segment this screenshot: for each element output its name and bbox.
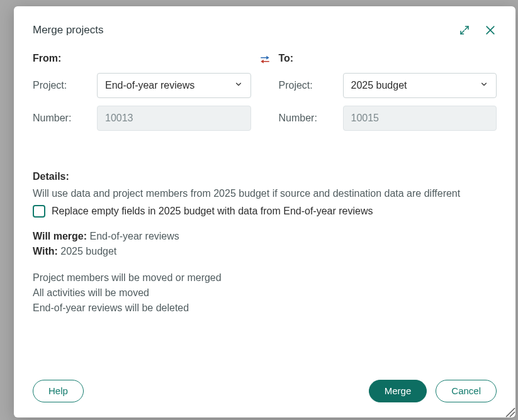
from-number-label: Number: bbox=[33, 113, 91, 124]
from-number-value: 10013 bbox=[105, 113, 133, 124]
from-project-label: Project: bbox=[33, 80, 91, 91]
details-explanation: Will use data and project members from 2… bbox=[33, 186, 497, 201]
chevron-down-icon bbox=[234, 80, 243, 91]
close-icon[interactable] bbox=[484, 24, 497, 36]
help-button[interactable]: Help bbox=[33, 380, 84, 402]
from-heading: From: bbox=[33, 53, 251, 64]
cancel-button[interactable]: Cancel bbox=[436, 380, 497, 402]
swap-cell bbox=[256, 53, 274, 67]
to-project-label: Project: bbox=[279, 80, 337, 91]
resize-handle[interactable] bbox=[503, 405, 515, 417]
chevron-down-icon bbox=[480, 80, 488, 91]
summary-block-1: Will merge: End-of-year reviews With: 20… bbox=[33, 229, 497, 259]
modal-title: Merge projects bbox=[33, 24, 103, 36]
from-number-field: 10013 bbox=[97, 106, 251, 131]
replace-empty-label: Replace empty fields in 2025 budget with… bbox=[52, 206, 373, 217]
footer-right: Merge Cancel bbox=[369, 380, 497, 402]
replace-empty-row: Replace empty fields in 2025 budget with… bbox=[33, 205, 497, 218]
will-merge-label: Will merge: bbox=[33, 231, 87, 241]
with-label: With: bbox=[33, 246, 58, 257]
will-merge-value: End-of-year reviews bbox=[87, 231, 179, 241]
summary-line-3: End-of-year reviews will be deleted bbox=[33, 301, 497, 316]
form-grid: From: Project: End-of-year reviews Numbe… bbox=[33, 53, 497, 138]
with-line: With: 2025 budget bbox=[33, 244, 497, 259]
svg-line-0 bbox=[461, 31, 464, 34]
details-heading: Details: bbox=[33, 171, 497, 182]
to-number-row: Number: 10015 bbox=[279, 106, 497, 131]
to-project-row: Project: 2025 budget bbox=[279, 73, 497, 98]
summary-line-1: Project members will be moved or merged bbox=[33, 270, 497, 285]
modal-footer: Help Merge Cancel bbox=[33, 367, 497, 402]
replace-empty-checkbox[interactable] bbox=[33, 205, 45, 218]
details-section: Details: Will use data and project membe… bbox=[33, 171, 497, 316]
expand-icon[interactable] bbox=[459, 25, 470, 36]
modal-header: Merge projects bbox=[33, 24, 497, 36]
summary-line-2: All activities will be moved bbox=[33, 285, 497, 301]
will-merge-line: Will merge: End-of-year reviews bbox=[33, 229, 497, 244]
to-number-label: Number: bbox=[279, 113, 337, 124]
from-project-select[interactable]: End-of-year reviews bbox=[97, 73, 251, 98]
to-number-field: 10015 bbox=[343, 106, 497, 131]
summary-block-2: Project members will be moved or merged … bbox=[33, 270, 497, 316]
to-number-value: 10015 bbox=[351, 113, 380, 124]
from-number-row: Number: 10013 bbox=[33, 106, 251, 131]
with-value: 2025 budget bbox=[58, 246, 116, 257]
to-project-select[interactable]: 2025 budget bbox=[343, 73, 497, 98]
from-project-value: End-of-year reviews bbox=[105, 80, 194, 91]
merge-projects-modal: Merge projects From: Proje bbox=[14, 6, 515, 417]
to-heading: To: bbox=[279, 53, 497, 64]
merge-button[interactable]: Merge bbox=[369, 380, 427, 402]
from-project-row: Project: End-of-year reviews bbox=[33, 73, 251, 98]
swap-icon[interactable] bbox=[259, 54, 271, 67]
svg-line-1 bbox=[465, 26, 468, 30]
to-column: To: Project: 2025 budget Number: 10015 bbox=[279, 53, 497, 138]
from-column: From: Project: End-of-year reviews Numbe… bbox=[33, 53, 251, 138]
header-actions bbox=[459, 24, 497, 36]
to-project-value: 2025 budget bbox=[351, 80, 407, 91]
svg-line-4 bbox=[506, 408, 515, 417]
